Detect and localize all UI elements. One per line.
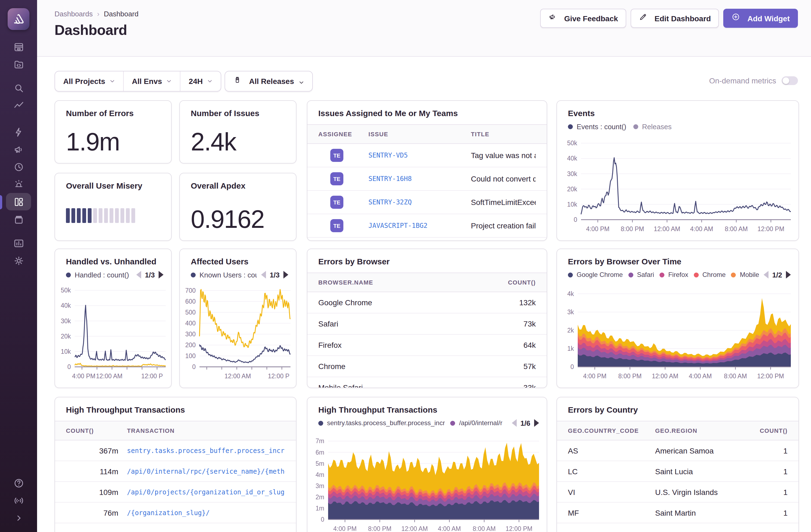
- issue-link[interactable]: SENTRY-VD5: [368, 152, 471, 159]
- widget-user-misery[interactable]: Overall User Misery: [55, 173, 172, 241]
- legend-item[interactable]: Chrome: [694, 271, 726, 278]
- widget-errors-by-country[interactable]: Errors by Country GEO.COUNTRY_CODE GEO.R…: [556, 397, 799, 532]
- widget-number-of-issues[interactable]: Number of Issues 2.4k: [179, 100, 296, 164]
- widget-number-of-errors[interactable]: Number of Errors 1.9m: [55, 100, 172, 164]
- widget-high-throughput-table[interactable]: High Throughput Transactions COUNT() TRA…: [55, 397, 296, 532]
- widget-title: High Throughput Transactions: [55, 397, 296, 414]
- table-row[interactable]: LC Saint Lucia 1: [557, 461, 798, 482]
- sidebar-item-alerts[interactable]: [0, 176, 37, 193]
- edit-dashboard-button[interactable]: Edit Dashboard: [631, 9, 719, 28]
- ondemand-metrics-toggle[interactable]: [782, 76, 798, 85]
- prev-page-icon[interactable]: [136, 271, 141, 278]
- widget-events[interactable]: Events Events : count()Releases 010k20k3…: [556, 100, 799, 241]
- prev-page-icon[interactable]: [764, 271, 768, 278]
- count-value: 57k: [523, 362, 536, 371]
- count-value: 114m: [66, 467, 118, 475]
- breadcrumb-parent[interactable]: Dashboards: [55, 10, 93, 18]
- transaction-link[interactable]: /{organization_slug}/: [118, 509, 285, 516]
- table-row[interactable]: MF Saint Martin 1: [557, 503, 798, 523]
- widget-affected-users[interactable]: Affected Users Known Users : cour1/3 010…: [179, 248, 296, 388]
- handled-line-chart[interactable]: 010k20k30k40k50k4:00 PM12:00 AM12:00 P: [57, 284, 170, 384]
- sidebar-item-settings[interactable]: [0, 252, 37, 269]
- releases-filter[interactable]: All Releases: [225, 71, 312, 92]
- widget-high-throughput-chart[interactable]: High Throughput Transactions sentry.task…: [307, 397, 547, 532]
- issue-title: Could not convert query: [471, 174, 536, 183]
- browser-name: Firefox: [318, 341, 523, 349]
- sidebar-item-projects[interactable]: [0, 56, 37, 73]
- next-page-icon[interactable]: [158, 271, 164, 278]
- issue-row[interactable]: TE SENTRY-32ZQ SoftTimeLimitExceeded: [307, 191, 547, 214]
- issue-row[interactable]: TE SENTRY-16H8 Could not convert query: [307, 167, 547, 191]
- dashboards-icon: [13, 196, 24, 208]
- table-row[interactable]: 114m /api/0/internal/rpc/{service_name}/…: [55, 461, 296, 482]
- issue-row[interactable]: TE JAVASCRIPT-1BG2 Project creation fail…: [307, 214, 547, 238]
- transaction-link[interactable]: sentry.tasks.process_buffer.process_incr: [118, 447, 285, 454]
- project-filter[interactable]: All Projects: [55, 72, 123, 91]
- date-range-filter[interactable]: 24H: [180, 72, 221, 91]
- sidebar-item-replays[interactable]: [0, 158, 37, 176]
- transaction-link[interactable]: /api/0/internal/rpc/{service_name}/{meth…: [118, 467, 285, 475]
- table-row[interactable]: 367m sentry.tasks.process_buffer.process…: [55, 440, 296, 461]
- sidebar-item-dashboards[interactable]: [0, 193, 37, 210]
- legend-pager: 1/3: [257, 270, 288, 279]
- country-code: AS: [568, 446, 655, 455]
- table-row[interactable]: Mobile Safari 33k: [307, 377, 547, 388]
- sidebar-item-explore[interactable]: [0, 79, 37, 96]
- widget-errors-by-browser[interactable]: Errors by Browser BROWSER.NAME COUNT() G…: [307, 248, 547, 388]
- issue-row[interactable]: TE SENTRY-VD5 Tag value was not a strin: [307, 144, 547, 167]
- sidebar-item-insights[interactable]: [0, 96, 37, 114]
- sidebar-item-issues[interactable]: [0, 38, 37, 56]
- widget-errors-by-browser-over-time[interactable]: Errors by Browser Over Time Google Chrom…: [556, 248, 799, 388]
- events-line-chart[interactable]: 010k20k30k40k50k4:00 PM8:00 PM12:00 AM4:…: [561, 137, 795, 237]
- table-row[interactable]: AS American Samoa 1: [557, 440, 798, 461]
- affected-users-line-chart[interactable]: 010020030040050060070012:00 AM12:00 P: [182, 284, 295, 384]
- legend-item[interactable]: Firefox: [659, 271, 688, 278]
- sidebar-item-whats-new[interactable]: [0, 492, 37, 509]
- transaction-link[interactable]: /api/0/projects/{organization_id_or_slug…: [118, 488, 285, 496]
- next-page-icon[interactable]: [786, 271, 791, 278]
- sidebar-item-releases[interactable]: [0, 210, 37, 228]
- issue-link[interactable]: SENTRY-32ZQ: [368, 198, 471, 206]
- sidebar-item-performance[interactable]: [0, 123, 37, 141]
- table-row[interactable]: Google Chrome 132k: [307, 292, 547, 314]
- legend-item[interactable]: Google Chrome: [568, 271, 623, 278]
- pencil-icon: [639, 13, 650, 24]
- prev-page-icon[interactable]: [512, 419, 517, 427]
- issue-link[interactable]: JAVASCRIPT-1BG2: [368, 222, 471, 229]
- next-page-icon[interactable]: [284, 271, 288, 278]
- widget-apdex[interactable]: Overall Apdex 0.9162: [179, 173, 296, 241]
- legend-item[interactable]: Known Users : cour: [191, 271, 261, 279]
- table-row[interactable]: VI U.S. Virgin Islands 1: [557, 482, 798, 503]
- widget-handled-vs-unhandled[interactable]: Handled vs. Unhandled Handled : count()1…: [55, 248, 172, 388]
- sidebar-item-stats[interactable]: [0, 234, 37, 252]
- give-feedback-button[interactable]: Give Feedback: [540, 9, 626, 28]
- high-throughput-area-chart[interactable]: 01m2m3m4m5m6m7m4:00 PM8:00 PM12:00 AM4:0…: [312, 434, 544, 532]
- table-row[interactable]: 76m /{organization_slug}/: [55, 503, 296, 523]
- environment-filter[interactable]: All Envs: [123, 72, 180, 91]
- issue-link[interactable]: SENTRY-16H8: [368, 175, 471, 183]
- widget-issues-assigned[interactable]: Issues Assigned to Me or My Teams ASSIGN…: [307, 100, 547, 241]
- table-row[interactable]: Chrome 57k: [307, 356, 547, 377]
- table-row[interactable]: Safari 73k: [307, 314, 547, 335]
- sidebar-item-help[interactable]: [0, 474, 37, 492]
- sidebar-item-feedback[interactable]: [0, 141, 37, 158]
- next-page-icon[interactable]: [534, 419, 539, 427]
- legend-item[interactable]: /api/0/internal/r: [450, 419, 503, 427]
- svg-text:1m: 1m: [316, 505, 324, 512]
- legend-item[interactable]: Events : count(): [568, 122, 626, 131]
- svg-text:0: 0: [570, 363, 574, 370]
- legend-item[interactable]: sentry.tasks.process_buffer.process_incr: [318, 419, 445, 427]
- add-widget-button[interactable]: Add Widget: [723, 9, 798, 28]
- legend-item[interactable]: Safari: [628, 271, 654, 278]
- legend-item[interactable]: Releases: [633, 122, 672, 131]
- browser-name: Chrome: [318, 362, 523, 371]
- projects-icon: [13, 59, 24, 70]
- table-row[interactable]: 109m /api/0/projects/{organization_id_or…: [55, 482, 296, 503]
- sentry-logo-icon[interactable]: [7, 8, 29, 30]
- errors-by-browser-area-chart[interactable]: 01k2k3k4k4:00 PM8:00 PM12:00 AM4:00 AM8:…: [561, 285, 795, 384]
- legend-pager: 1/3: [132, 270, 164, 279]
- prev-page-icon[interactable]: [261, 271, 266, 278]
- sidebar-collapse-button[interactable]: [0, 509, 37, 527]
- legend-item[interactable]: Handled : count(): [66, 271, 129, 279]
- table-row[interactable]: Firefox 64k: [307, 335, 547, 356]
